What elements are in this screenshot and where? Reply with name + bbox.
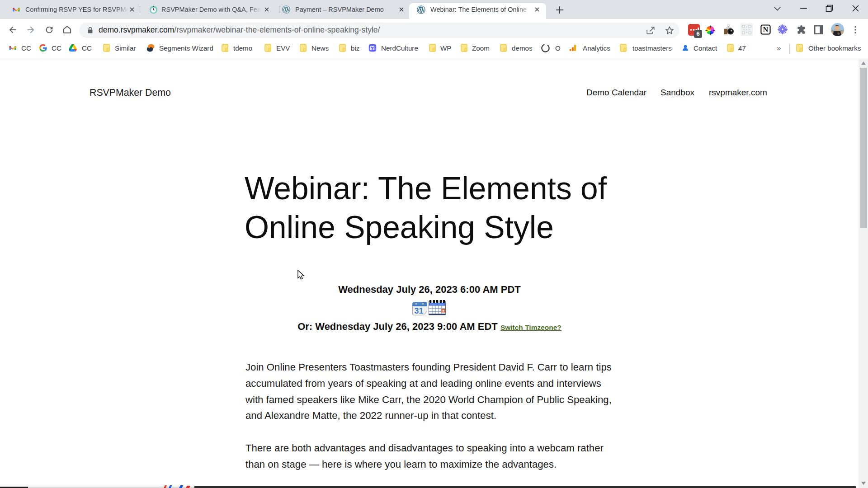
svg-text:N: N <box>763 26 769 33</box>
svg-text:31: 31 <box>414 306 423 315</box>
